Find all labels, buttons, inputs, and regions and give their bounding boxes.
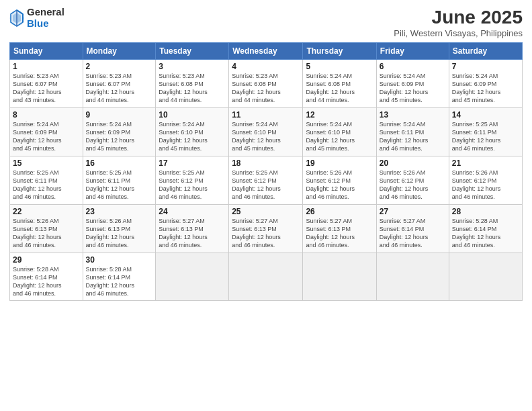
calendar-header-thursday: Thursday (303, 43, 376, 60)
calendar-cell: 1Sunrise: 5:23 AMSunset: 6:07 PMDaylight… (10, 60, 83, 108)
day-number: 19 (306, 158, 373, 168)
day-number: 4 (232, 62, 300, 71)
calendar-cell: 13Sunrise: 5:24 AMSunset: 6:11 PMDayligh… (376, 108, 449, 156)
day-number: 3 (159, 62, 226, 71)
day-info: Sunrise: 5:24 AMSunset: 6:10 PMDaylight:… (159, 120, 226, 153)
day-number: 18 (232, 158, 300, 168)
day-info: Sunrise: 5:24 AMSunset: 6:10 PMDaylight:… (232, 120, 300, 153)
day-info: Sunrise: 5:25 AMSunset: 6:12 PMDaylight:… (232, 169, 300, 201)
calendar-header-monday: Monday (83, 43, 156, 60)
logo-icon (9, 9, 24, 28)
calendar-cell: 30Sunrise: 5:28 AMSunset: 6:14 PMDayligh… (83, 253, 156, 301)
title-block: June 2025 Pili, Western Visayas, Philipp… (394, 7, 523, 38)
day-number: 13 (380, 110, 446, 120)
day-number: 27 (380, 207, 446, 216)
main-title: June 2025 (394, 7, 523, 28)
day-number: 24 (159, 207, 226, 216)
day-number: 16 (86, 158, 153, 168)
calendar-cell: 24Sunrise: 5:27 AMSunset: 6:13 PMDayligh… (156, 205, 229, 253)
calendar-header-row: SundayMondayTuesdayWednesdayThursdayFrid… (10, 43, 523, 60)
day-number: 12 (306, 110, 373, 120)
calendar-cell: 16Sunrise: 5:25 AMSunset: 6:11 PMDayligh… (83, 156, 156, 205)
day-info: Sunrise: 5:25 AMSunset: 6:11 PMDaylight:… (13, 169, 80, 201)
day-number: 11 (232, 110, 300, 120)
day-info: Sunrise: 5:26 AMSunset: 6:13 PMDaylight:… (13, 217, 80, 250)
calendar-cell (229, 253, 303, 301)
calendar-cell: 4Sunrise: 5:23 AMSunset: 6:08 PMDaylight… (229, 60, 303, 108)
calendar-cell (376, 253, 449, 301)
calendar-cell: 9Sunrise: 5:24 AMSunset: 6:09 PMDaylight… (83, 108, 156, 156)
day-info: Sunrise: 5:27 AMSunset: 6:13 PMDaylight:… (232, 217, 300, 250)
day-number: 25 (232, 207, 300, 216)
calendar-cell: 6Sunrise: 5:24 AMSunset: 6:09 PMDaylight… (376, 60, 449, 108)
calendar-cell: 2Sunrise: 5:23 AMSunset: 6:07 PMDaylight… (83, 60, 156, 108)
day-info: Sunrise: 5:26 AMSunset: 6:12 PMDaylight:… (306, 169, 373, 201)
day-info: Sunrise: 5:26 AMSunset: 6:12 PMDaylight:… (452, 169, 519, 201)
calendar-header-saturday: Saturday (449, 43, 522, 60)
day-number: 15 (13, 158, 80, 168)
day-info: Sunrise: 5:28 AMSunset: 6:14 PMDaylight:… (13, 265, 80, 298)
calendar-cell: 8Sunrise: 5:24 AMSunset: 6:09 PMDaylight… (10, 108, 83, 156)
calendar-week-row: 29Sunrise: 5:28 AMSunset: 6:14 PMDayligh… (10, 253, 523, 301)
day-number: 14 (452, 110, 519, 120)
day-number: 23 (86, 207, 153, 216)
calendar-cell (303, 253, 376, 301)
calendar-cell: 17Sunrise: 5:25 AMSunset: 6:12 PMDayligh… (156, 156, 229, 205)
calendar-cell (156, 253, 229, 301)
calendar-cell: 23Sunrise: 5:26 AMSunset: 6:13 PMDayligh… (83, 205, 156, 253)
calendar-cell: 28Sunrise: 5:28 AMSunset: 6:14 PMDayligh… (449, 205, 522, 253)
day-info: Sunrise: 5:28 AMSunset: 6:14 PMDaylight:… (86, 265, 153, 298)
calendar-cell: 21Sunrise: 5:26 AMSunset: 6:12 PMDayligh… (449, 156, 522, 205)
day-number: 29 (13, 255, 80, 265)
calendar-week-row: 22Sunrise: 5:26 AMSunset: 6:13 PMDayligh… (10, 205, 523, 253)
day-number: 1 (13, 62, 80, 71)
day-info: Sunrise: 5:25 AMSunset: 6:11 PMDaylight:… (86, 169, 153, 201)
day-info: Sunrise: 5:23 AMSunset: 6:07 PMDaylight:… (13, 72, 80, 105)
day-number: 21 (452, 158, 519, 168)
day-info: Sunrise: 5:24 AMSunset: 6:11 PMDaylight:… (380, 120, 446, 153)
day-info: Sunrise: 5:27 AMSunset: 6:14 PMDaylight:… (380, 217, 446, 250)
day-number: 22 (13, 207, 80, 216)
day-number: 10 (159, 110, 226, 120)
day-number: 28 (452, 207, 519, 216)
calendar-cell: 3Sunrise: 5:23 AMSunset: 6:08 PMDaylight… (156, 60, 229, 108)
calendar-cell: 22Sunrise: 5:26 AMSunset: 6:13 PMDayligh… (10, 205, 83, 253)
calendar-cell: 15Sunrise: 5:25 AMSunset: 6:11 PMDayligh… (10, 156, 83, 205)
day-info: Sunrise: 5:24 AMSunset: 6:10 PMDaylight:… (306, 120, 373, 153)
day-number: 26 (306, 207, 373, 216)
calendar-header-friday: Friday (376, 43, 449, 60)
day-number: 17 (159, 158, 226, 168)
day-number: 30 (86, 255, 153, 265)
day-number: 6 (380, 62, 446, 71)
day-info: Sunrise: 5:28 AMSunset: 6:14 PMDaylight:… (452, 217, 519, 250)
subtitle: Pili, Western Visayas, Philippines (394, 28, 523, 38)
day-info: Sunrise: 5:24 AMSunset: 6:09 PMDaylight:… (380, 72, 446, 105)
calendar-cell: 26Sunrise: 5:27 AMSunset: 6:13 PMDayligh… (303, 205, 376, 253)
calendar-cell: 20Sunrise: 5:26 AMSunset: 6:12 PMDayligh… (376, 156, 449, 205)
calendar-cell: 10Sunrise: 5:24 AMSunset: 6:10 PMDayligh… (156, 108, 229, 156)
day-number: 20 (380, 158, 446, 168)
day-info: Sunrise: 5:25 AMSunset: 6:12 PMDaylight:… (159, 169, 226, 201)
day-number: 9 (86, 110, 153, 120)
calendar-cell: 29Sunrise: 5:28 AMSunset: 6:14 PMDayligh… (10, 253, 83, 301)
day-info: Sunrise: 5:24 AMSunset: 6:09 PMDaylight:… (13, 120, 80, 153)
day-number: 2 (86, 62, 153, 71)
day-info: Sunrise: 5:27 AMSunset: 6:13 PMDaylight:… (306, 217, 373, 250)
day-info: Sunrise: 5:25 AMSunset: 6:11 PMDaylight:… (452, 120, 519, 153)
logo-blue-text: Blue (27, 18, 64, 30)
calendar-cell: 27Sunrise: 5:27 AMSunset: 6:14 PMDayligh… (376, 205, 449, 253)
day-info: Sunrise: 5:23 AMSunset: 6:08 PMDaylight:… (232, 72, 300, 105)
calendar-cell: 25Sunrise: 5:27 AMSunset: 6:13 PMDayligh… (229, 205, 303, 253)
calendar-header-wednesday: Wednesday (229, 43, 303, 60)
calendar-cell: 7Sunrise: 5:24 AMSunset: 6:09 PMDaylight… (449, 60, 522, 108)
day-number: 8 (13, 110, 80, 120)
day-info: Sunrise: 5:24 AMSunset: 6:08 PMDaylight:… (306, 72, 373, 105)
day-number: 5 (306, 62, 373, 71)
calendar-week-row: 8Sunrise: 5:24 AMSunset: 6:09 PMDaylight… (10, 108, 523, 156)
logo-general-text: General (27, 7, 64, 18)
calendar-cell: 14Sunrise: 5:25 AMSunset: 6:11 PMDayligh… (449, 108, 522, 156)
day-info: Sunrise: 5:23 AMSunset: 6:07 PMDaylight:… (86, 72, 153, 105)
calendar-cell (449, 253, 522, 301)
day-info: Sunrise: 5:26 AMSunset: 6:13 PMDaylight:… (86, 217, 153, 250)
calendar-cell: 19Sunrise: 5:26 AMSunset: 6:12 PMDayligh… (303, 156, 376, 205)
